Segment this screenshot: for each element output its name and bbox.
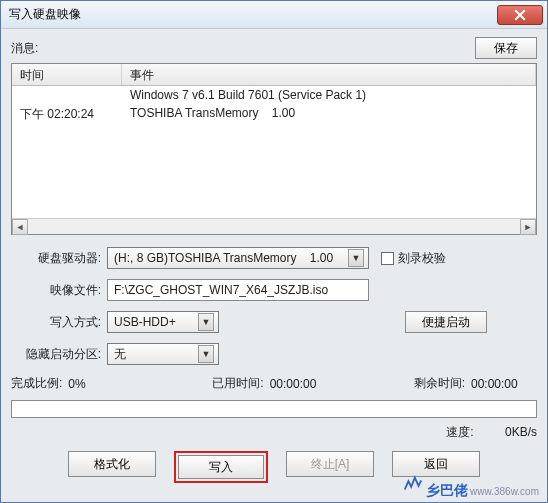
log-header: 时间 事件 [12,64,536,86]
dialog-window: 写入硬盘映像 消息: 保存 时间 事件 Windows 7 v6.1 Build… [0,0,548,503]
scroll-left-arrow[interactable]: ◄ [12,219,28,235]
elapsed-label: 已用时间: [212,375,263,392]
drive-select[interactable]: (H:, 8 GB)TOSHIBA TransMemory 1.00 ▼ [107,247,369,269]
save-button[interactable]: 保存 [475,37,537,59]
format-button[interactable]: 格式化 [68,451,156,477]
log-cell-time: 下午 02:20:24 [12,104,122,125]
ratio-label: 完成比例: [11,375,62,392]
message-label: 消息: [11,40,475,57]
write-mode-select[interactable]: USB-HDD+ ▼ [107,311,219,333]
verify-checkbox-wrap[interactable]: 刻录校验 [381,250,446,267]
log-col-time[interactable]: 时间 [12,64,122,85]
log-body[interactable]: Windows 7 v6.1 Build 7601 (Service Pack … [12,86,536,218]
return-button[interactable]: 返回 [392,451,480,477]
log-cell-event: TOSHIBA TransMemory 1.00 [122,104,536,125]
log-cell-event: Windows 7 v6.1 Build 7601 (Service Pack … [122,86,536,104]
drive-value: (H:, 8 GB)TOSHIBA TransMemory 1.00 [114,251,344,265]
chevron-down-icon: ▼ [198,345,214,363]
speed-label: 速度: [446,425,473,439]
chevron-down-icon: ▼ [348,249,364,267]
hidden-partition-value: 无 [114,346,194,363]
image-path-input[interactable]: F:\ZGC_GHOST_WIN7_X64_JSZJB.iso [107,279,369,301]
hidden-partition-select[interactable]: 无 ▼ [107,343,219,365]
write-button[interactable]: 写入 [178,455,264,479]
speed-value: 0KB/s [477,425,537,439]
verify-label: 刻录校验 [398,250,446,267]
window-title: 写入硬盘映像 [9,6,497,23]
drive-label: 硬盘驱动器: [11,250,107,267]
image-label: 映像文件: [11,282,107,299]
ratio-value: 0% [68,377,206,391]
watermark-url: www.386w.com [470,486,539,497]
log-row: Windows 7 v6.1 Build 7601 (Service Pack … [12,86,536,104]
bottom-button-row: 格式化 写入 终止[A] 返回 [11,451,537,483]
content-area: 消息: 保存 时间 事件 Windows 7 v6.1 Build 7601 (… [1,29,547,502]
log-panel: 时间 事件 Windows 7 v6.1 Build 7601 (Service… [11,63,537,235]
write-mode-label: 写入方式: [11,314,107,331]
chevron-down-icon: ▼ [198,313,214,331]
remain-value: 00:00:00 [471,377,537,391]
write-mode-value: USB-HDD+ [114,315,194,329]
scroll-right-arrow[interactable]: ► [520,219,536,235]
close-button[interactable] [497,5,543,25]
titlebar[interactable]: 写入硬盘映像 [1,1,547,29]
watermark-brand: 乡巴佬 [426,482,468,500]
hidden-partition-label: 隐藏启动分区: [11,346,107,363]
log-row: 下午 02:20:24 TOSHIBA TransMemory 1.00 [12,104,536,125]
quick-boot-button[interactable]: 便捷启动 [405,311,487,333]
verify-checkbox[interactable] [381,252,394,265]
scroll-track[interactable] [28,219,520,235]
remain-label: 剩余时间: [414,375,465,392]
elapsed-value: 00:00:00 [270,377,408,391]
progress-bar [11,400,537,418]
abort-button: 终止[A] [286,451,374,477]
log-cell-time [12,86,122,104]
close-icon [514,9,526,21]
write-button-highlight: 写入 [174,451,268,483]
image-path-value: F:\ZGC_GHOST_WIN7_X64_JSZJB.iso [114,283,328,297]
horizontal-scrollbar[interactable]: ◄ ► [12,218,536,234]
progress-info-row: 完成比例: 0% 已用时间: 00:00:00 剩余时间: 00:00:00 [11,375,537,392]
log-col-event[interactable]: 事件 [122,64,536,85]
